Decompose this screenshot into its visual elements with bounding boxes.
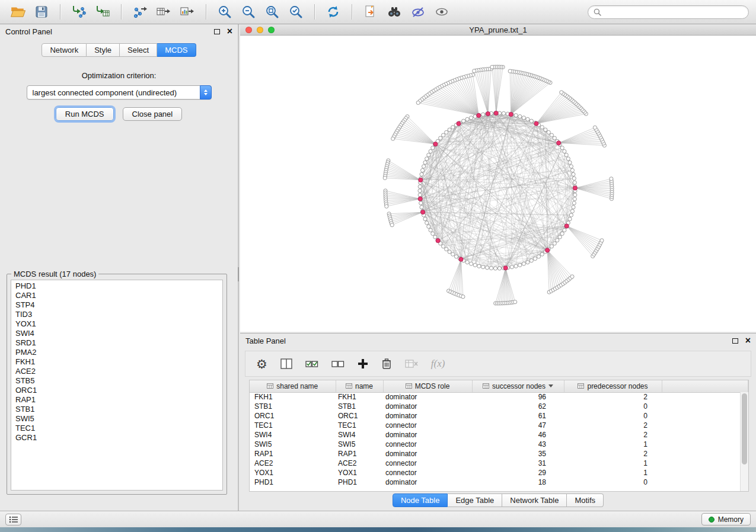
- mcds-result-item[interactable]: FKH1: [11, 357, 222, 367]
- network-node[interactable]: [477, 264, 481, 268]
- network-node[interactable]: [502, 111, 505, 115]
- network-node[interactable]: [445, 248, 448, 251]
- cell-name[interactable]: YOX1: [336, 468, 383, 477]
- table-settings-button[interactable]: ⚙: [256, 358, 267, 370]
- cell-predecessor-nodes[interactable]: 0: [564, 402, 662, 411]
- mcds-result-item[interactable]: CAR1: [11, 291, 222, 300]
- network-node[interactable]: [421, 168, 425, 172]
- cell-successor-nodes[interactable]: 96: [472, 392, 564, 402]
- cell-mcds-role[interactable]: dominator: [383, 477, 472, 487]
- network-node[interactable]: [425, 157, 429, 161]
- minimize-window-button[interactable]: [257, 27, 263, 33]
- cell-name[interactable]: SWI5: [336, 440, 383, 449]
- table-row[interactable]: RAP1RAP1dominator352: [250, 449, 748, 459]
- maximize-window-button[interactable]: [268, 27, 275, 33]
- cell-shared-name[interactable]: ORC1: [250, 411, 336, 421]
- mcds-dominator-node[interactable]: [457, 121, 461, 126]
- tab-motifs[interactable]: Motifs: [567, 493, 604, 507]
- network-node[interactable]: [522, 262, 525, 265]
- cell-mcds-role[interactable]: dominator: [383, 430, 472, 440]
- cell-successor-nodes[interactable]: 31: [472, 459, 564, 468]
- deselect-all-button[interactable]: [331, 358, 344, 370]
- mcds-dominator-node[interactable]: [419, 178, 423, 182]
- network-node[interactable]: [461, 295, 465, 299]
- mcds-result-list[interactable]: PHD1CAR1STP4TID3YOX1SWI4SRD1PMA2FKH1ACE2…: [11, 280, 223, 491]
- mcds-dominator-node[interactable]: [564, 224, 569, 228]
- delete-column-button[interactable]: [381, 358, 392, 370]
- network-node[interactable]: [570, 168, 574, 172]
- cell-predecessor-nodes[interactable]: 1: [564, 440, 662, 449]
- network-node[interactable]: [573, 181, 576, 184]
- network-node[interactable]: [572, 172, 575, 176]
- network-search-field[interactable]: [588, 5, 749, 19]
- network-node[interactable]: [451, 126, 455, 129]
- mcds-dominator-node[interactable]: [477, 113, 481, 117]
- network-node[interactable]: [390, 223, 394, 227]
- cell-predecessor-nodes[interactable]: 0: [564, 411, 662, 421]
- zoom-selected-button[interactable]: [285, 2, 307, 21]
- network-node[interactable]: [513, 300, 517, 304]
- cell-shared-name[interactable]: SWI4: [250, 430, 336, 440]
- search-input[interactable]: [605, 8, 743, 16]
- network-node[interactable]: [431, 232, 435, 235]
- cell-filler[interactable]: [662, 411, 748, 421]
- mcds-dominator-node[interactable]: [421, 210, 425, 214]
- share-document-button[interactable]: [360, 2, 381, 21]
- network-node[interactable]: [433, 235, 437, 239]
- network-node[interactable]: [570, 275, 574, 278]
- tab-network[interactable]: Network: [42, 43, 87, 57]
- cell-predecessor-nodes[interactable]: 2: [564, 421, 662, 430]
- network-node[interactable]: [600, 239, 604, 242]
- cell-predecessor-nodes[interactable]: 2: [564, 430, 662, 440]
- export-image-button[interactable]: [177, 2, 198, 21]
- mcds-result-item[interactable]: SWI5: [11, 414, 222, 424]
- network-node[interactable]: [391, 137, 395, 140]
- mcds-dominator-node[interactable]: [433, 142, 438, 146]
- network-node[interactable]: [558, 235, 562, 239]
- import-table-button[interactable]: [92, 2, 113, 21]
- network-node[interactable]: [563, 149, 566, 153]
- network-node[interactable]: [420, 206, 423, 209]
- table-row[interactable]: SWI5SWI5connector431: [250, 440, 748, 449]
- table-row[interactable]: FKH1FKH1dominator962: [250, 392, 748, 402]
- cell-successor-nodes[interactable]: 61: [472, 411, 564, 421]
- tab-network-table[interactable]: Network Table: [502, 493, 567, 507]
- cell-successor-nodes[interactable]: 35: [472, 449, 564, 459]
- mcds-dominator-node[interactable]: [509, 112, 513, 116]
- network-node[interactable]: [514, 114, 518, 117]
- network-node[interactable]: [556, 239, 559, 242]
- show-columns-button[interactable]: [280, 358, 292, 369]
- table-row[interactable]: ORC1ORC1dominator610: [250, 411, 748, 421]
- mcds-result-item[interactable]: PMA2: [11, 348, 222, 357]
- cell-name[interactable]: STB1: [336, 402, 383, 411]
- cell-mcds-role[interactable]: connector: [383, 421, 472, 430]
- mcds-dominator-node[interactable]: [494, 111, 498, 115]
- network-node[interactable]: [550, 245, 553, 248]
- network-node[interactable]: [445, 130, 448, 134]
- network-node[interactable]: [383, 176, 387, 180]
- cell-name[interactable]: TEC1: [336, 421, 383, 430]
- apply-layout-button[interactable]: [323, 2, 344, 21]
- table-row[interactable]: STB1STB1dominator620: [250, 402, 748, 411]
- network-node[interactable]: [553, 242, 556, 245]
- cell-name[interactable]: ORC1: [336, 411, 383, 421]
- network-node[interactable]: [473, 69, 476, 73]
- network-node[interactable]: [439, 136, 442, 140]
- cell-shared-name[interactable]: SWI5: [250, 440, 336, 449]
- network-node[interactable]: [481, 113, 485, 116]
- panel-splitter-grip[interactable]: [238, 267, 239, 281]
- network-node[interactable]: [425, 221, 429, 225]
- mcds-result-item[interactable]: SWI4: [11, 329, 222, 338]
- mcds-dominator-node[interactable]: [557, 141, 561, 145]
- network-node[interactable]: [514, 264, 518, 268]
- table-scrollbar[interactable]: [740, 392, 748, 491]
- network-node[interactable]: [568, 217, 572, 221]
- cell-mcds-role[interactable]: connector: [383, 468, 472, 477]
- cell-successor-nodes[interactable]: 29: [472, 468, 564, 477]
- table-row[interactable]: ACE2ACE2connector311: [250, 459, 748, 468]
- network-node[interactable]: [540, 126, 544, 129]
- network-node[interactable]: [470, 262, 473, 265]
- network-node[interactable]: [518, 263, 522, 267]
- network-node[interactable]: [448, 250, 451, 254]
- tab-style[interactable]: Style: [87, 43, 120, 57]
